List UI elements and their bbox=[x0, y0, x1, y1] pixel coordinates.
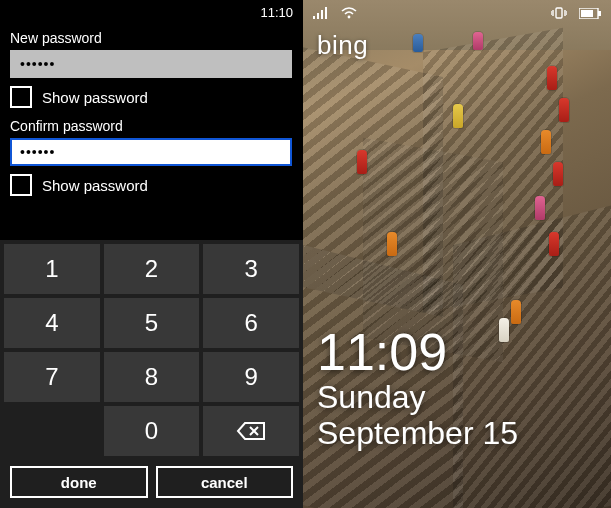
key-0[interactable]: 0 bbox=[104, 406, 200, 456]
svg-rect-2 bbox=[321, 10, 323, 19]
cancel-button[interactable]: cancel bbox=[156, 466, 294, 498]
status-bar-right bbox=[303, 0, 611, 24]
clock-left: 11:10 bbox=[260, 5, 293, 20]
lock-screen-text: 11:09 Sunday September 15 bbox=[317, 326, 518, 452]
key-4[interactable]: 4 bbox=[4, 298, 100, 348]
lock-screen[interactable]: bing 11:09 Sunday September 15 bbox=[303, 0, 611, 508]
show-password-checkbox-1[interactable] bbox=[10, 86, 32, 108]
wifi-icon bbox=[341, 7, 357, 19]
svg-rect-0 bbox=[313, 16, 315, 19]
svg-rect-8 bbox=[581, 10, 593, 17]
key-6[interactable]: 6 bbox=[203, 298, 299, 348]
show-password-row-2[interactable]: Show password bbox=[10, 174, 293, 196]
svg-rect-5 bbox=[556, 8, 562, 18]
confirm-password-input[interactable]: •••••• bbox=[10, 138, 292, 166]
status-bar-left: 11:10 bbox=[0, 0, 303, 22]
show-password-checkbox-2[interactable] bbox=[10, 174, 32, 196]
action-bar: done cancel bbox=[0, 460, 303, 508]
password-setup-screen: 11:10 New password •••••• Show password … bbox=[0, 0, 303, 508]
svg-rect-1 bbox=[317, 13, 319, 19]
key-8[interactable]: 8 bbox=[104, 352, 200, 402]
lock-time: 11:09 bbox=[317, 326, 518, 378]
svg-point-4 bbox=[348, 16, 351, 19]
show-password-row-1[interactable]: Show password bbox=[10, 86, 293, 108]
key-5[interactable]: 5 bbox=[104, 298, 200, 348]
svg-rect-7 bbox=[598, 11, 601, 16]
show-password-label-1: Show password bbox=[42, 89, 148, 106]
new-password-label: New password bbox=[10, 30, 293, 46]
lock-day: Sunday bbox=[317, 380, 518, 416]
confirm-password-label: Confirm password bbox=[10, 118, 293, 134]
key-backspace[interactable] bbox=[203, 406, 299, 456]
done-button[interactable]: done bbox=[10, 466, 148, 498]
battery-icon bbox=[579, 8, 601, 19]
key-blank bbox=[4, 406, 100, 456]
key-7[interactable]: 7 bbox=[4, 352, 100, 402]
signal-icon bbox=[313, 7, 329, 19]
status-icons-left bbox=[313, 7, 357, 19]
key-2[interactable]: 2 bbox=[104, 244, 200, 294]
password-form: New password •••••• Show password Confir… bbox=[0, 22, 303, 206]
numeric-keypad: 1 2 3 4 5 6 7 8 9 0 bbox=[0, 240, 303, 460]
show-password-label-2: Show password bbox=[42, 177, 148, 194]
key-9[interactable]: 9 bbox=[203, 352, 299, 402]
key-3[interactable]: 3 bbox=[203, 244, 299, 294]
bing-logo: bing bbox=[317, 30, 368, 61]
new-password-input[interactable]: •••••• bbox=[10, 50, 292, 78]
backspace-icon bbox=[236, 421, 266, 441]
svg-rect-3 bbox=[325, 7, 327, 19]
vibrate-icon bbox=[551, 7, 567, 19]
lock-date: September 15 bbox=[317, 416, 518, 452]
status-icons-right bbox=[551, 7, 601, 19]
key-1[interactable]: 1 bbox=[4, 244, 100, 294]
